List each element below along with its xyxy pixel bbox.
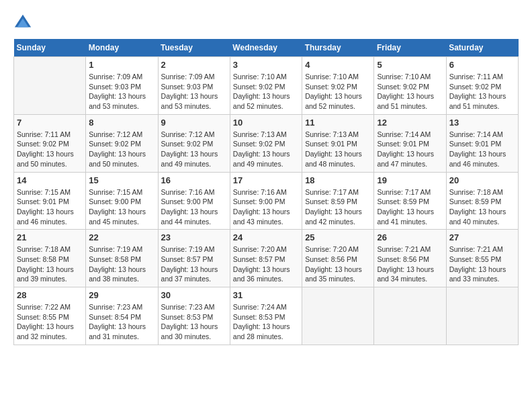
day-info: Sunrise: 7:10 AMSunset: 9:02 PMDaylight:… (233, 72, 299, 111)
day-info: Sunrise: 7:18 AMSunset: 8:59 PMDaylight:… (449, 187, 515, 227)
day-number: 13 (449, 118, 515, 128)
day-number: 1 (89, 60, 154, 70)
column-header-monday: Monday (86, 39, 158, 57)
calendar-cell: 12Sunrise: 7:14 AMSunset: 9:01 PMDayligh… (374, 114, 446, 172)
calendar-cell: 14Sunrise: 7:15 AMSunset: 9:01 PMDayligh… (14, 172, 86, 230)
day-info: Sunrise: 7:15 AMSunset: 9:01 PMDaylight:… (17, 187, 83, 227)
day-info: Sunrise: 7:11 AMSunset: 9:02 PMDaylight:… (449, 72, 515, 111)
calendar-cell: 22Sunrise: 7:19 AMSunset: 8:58 PMDayligh… (86, 230, 158, 287)
calendar-week-row: 28Sunrise: 7:22 AMSunset: 8:55 PMDayligh… (14, 287, 519, 345)
calendar-cell: 20Sunrise: 7:18 AMSunset: 8:59 PMDayligh… (446, 172, 518, 230)
day-info: Sunrise: 7:12 AMSunset: 9:02 PMDaylight:… (161, 130, 227, 169)
day-number: 21 (17, 232, 83, 242)
day-number: 24 (233, 232, 299, 242)
calendar-cell: 5Sunrise: 7:10 AMSunset: 9:02 PMDaylight… (374, 57, 446, 115)
day-info: Sunrise: 7:21 AMSunset: 8:56 PMDaylight:… (377, 244, 443, 284)
day-info: Sunrise: 7:20 AMSunset: 8:56 PMDaylight:… (305, 244, 371, 284)
column-header-wednesday: Wednesday (230, 39, 302, 57)
calendar-cell: 13Sunrise: 7:14 AMSunset: 9:01 PMDayligh… (446, 114, 518, 172)
day-info: Sunrise: 7:18 AMSunset: 8:58 PMDaylight:… (17, 244, 83, 284)
calendar-cell: 23Sunrise: 7:19 AMSunset: 8:57 PMDayligh… (158, 230, 230, 287)
day-number: 26 (377, 232, 443, 242)
calendar-cell: 15Sunrise: 7:15 AMSunset: 9:00 PMDayligh… (86, 172, 158, 230)
logo (13, 13, 35, 32)
calendar-cell: 8Sunrise: 7:12 AMSunset: 9:02 PMDaylight… (86, 114, 158, 172)
calendar-cell: 16Sunrise: 7:16 AMSunset: 9:00 PMDayligh… (158, 172, 230, 230)
day-number: 29 (89, 290, 154, 300)
calendar-week-row: 7Sunrise: 7:11 AMSunset: 9:02 PMDaylight… (14, 114, 519, 172)
day-number: 9 (161, 118, 227, 128)
calendar-cell: 6Sunrise: 7:11 AMSunset: 9:02 PMDaylight… (446, 57, 518, 115)
column-header-thursday: Thursday (302, 39, 374, 57)
day-info: Sunrise: 7:14 AMSunset: 9:01 PMDaylight:… (449, 130, 515, 169)
day-number: 30 (161, 290, 227, 300)
calendar-cell: 2Sunrise: 7:09 AMSunset: 9:03 PMDaylight… (158, 57, 230, 115)
day-number: 31 (233, 290, 299, 300)
day-number: 28 (17, 290, 83, 300)
calendar-cell: 28Sunrise: 7:22 AMSunset: 8:55 PMDayligh… (14, 287, 86, 345)
day-number: 23 (161, 232, 227, 242)
calendar-week-row: 21Sunrise: 7:18 AMSunset: 8:58 PMDayligh… (14, 230, 519, 287)
day-number: 20 (449, 175, 515, 185)
day-info: Sunrise: 7:19 AMSunset: 8:58 PMDaylight:… (89, 244, 154, 284)
day-info: Sunrise: 7:13 AMSunset: 9:01 PMDaylight:… (305, 130, 371, 169)
day-info: Sunrise: 7:17 AMSunset: 8:59 PMDaylight:… (377, 187, 443, 227)
column-header-sunday: Sunday (14, 39, 86, 57)
page-header (13, 13, 519, 32)
calendar-cell: 9Sunrise: 7:12 AMSunset: 9:02 PMDaylight… (158, 114, 230, 172)
calendar-cell: 3Sunrise: 7:10 AMSunset: 9:02 PMDaylight… (230, 57, 302, 115)
calendar-cell (374, 287, 446, 345)
calendar-cell (302, 287, 374, 345)
calendar-header-row: SundayMondayTuesdayWednesdayThursdayFrid… (14, 39, 519, 57)
calendar-cell: 11Sunrise: 7:13 AMSunset: 9:01 PMDayligh… (302, 114, 374, 172)
day-number: 7 (17, 118, 83, 128)
day-number: 5 (377, 60, 443, 70)
day-number: 10 (233, 118, 299, 128)
calendar-cell: 18Sunrise: 7:17 AMSunset: 8:59 PMDayligh… (302, 172, 374, 230)
logo-icon (13, 13, 32, 32)
day-number: 3 (233, 60, 299, 70)
day-info: Sunrise: 7:09 AMSunset: 9:03 PMDaylight:… (161, 72, 227, 111)
day-info: Sunrise: 7:23 AMSunset: 8:53 PMDaylight:… (161, 302, 227, 342)
calendar-table: SundayMondayTuesdayWednesdayThursdayFrid… (13, 39, 519, 345)
column-header-saturday: Saturday (446, 39, 518, 57)
day-info: Sunrise: 7:13 AMSunset: 9:02 PMDaylight:… (233, 130, 299, 169)
calendar-cell: 1Sunrise: 7:09 AMSunset: 9:03 PMDaylight… (86, 57, 158, 115)
day-info: Sunrise: 7:19 AMSunset: 8:57 PMDaylight:… (161, 244, 227, 284)
day-number: 15 (89, 175, 154, 185)
calendar-cell: 27Sunrise: 7:21 AMSunset: 8:55 PMDayligh… (446, 230, 518, 287)
day-info: Sunrise: 7:09 AMSunset: 9:03 PMDaylight:… (89, 72, 154, 111)
day-number: 4 (305, 60, 371, 70)
calendar-week-row: 14Sunrise: 7:15 AMSunset: 9:01 PMDayligh… (14, 172, 519, 230)
day-number: 2 (161, 60, 227, 70)
calendar-cell: 19Sunrise: 7:17 AMSunset: 8:59 PMDayligh… (374, 172, 446, 230)
day-info: Sunrise: 7:22 AMSunset: 8:55 PMDaylight:… (17, 302, 83, 342)
day-number: 19 (377, 175, 443, 185)
day-number: 25 (305, 232, 371, 242)
calendar-cell: 24Sunrise: 7:20 AMSunset: 8:57 PMDayligh… (230, 230, 302, 287)
day-number: 6 (449, 60, 515, 70)
calendar-cell: 17Sunrise: 7:16 AMSunset: 9:00 PMDayligh… (230, 172, 302, 230)
day-info: Sunrise: 7:23 AMSunset: 8:54 PMDaylight:… (89, 302, 154, 342)
day-info: Sunrise: 7:12 AMSunset: 9:02 PMDaylight:… (89, 130, 154, 169)
day-info: Sunrise: 7:10 AMSunset: 9:02 PMDaylight:… (305, 72, 371, 111)
calendar-cell: 7Sunrise: 7:11 AMSunset: 9:02 PMDaylight… (14, 114, 86, 172)
day-number: 22 (89, 232, 154, 242)
day-info: Sunrise: 7:10 AMSunset: 9:02 PMDaylight:… (377, 72, 443, 111)
day-info: Sunrise: 7:16 AMSunset: 9:00 PMDaylight:… (161, 187, 227, 227)
day-number: 17 (233, 175, 299, 185)
calendar-cell: 26Sunrise: 7:21 AMSunset: 8:56 PMDayligh… (374, 230, 446, 287)
calendar-cell: 29Sunrise: 7:23 AMSunset: 8:54 PMDayligh… (86, 287, 158, 345)
day-info: Sunrise: 7:11 AMSunset: 9:02 PMDaylight:… (17, 130, 83, 169)
calendar-cell: 31Sunrise: 7:24 AMSunset: 8:53 PMDayligh… (230, 287, 302, 345)
calendar-cell: 10Sunrise: 7:13 AMSunset: 9:02 PMDayligh… (230, 114, 302, 172)
calendar-cell: 25Sunrise: 7:20 AMSunset: 8:56 PMDayligh… (302, 230, 374, 287)
calendar-cell: 4Sunrise: 7:10 AMSunset: 9:02 PMDaylight… (302, 57, 374, 115)
day-info: Sunrise: 7:15 AMSunset: 9:00 PMDaylight:… (89, 187, 154, 227)
day-number: 14 (17, 175, 83, 185)
calendar-cell: 30Sunrise: 7:23 AMSunset: 8:53 PMDayligh… (158, 287, 230, 345)
column-header-friday: Friday (374, 39, 446, 57)
day-info: Sunrise: 7:14 AMSunset: 9:01 PMDaylight:… (377, 130, 443, 169)
day-info: Sunrise: 7:24 AMSunset: 8:53 PMDaylight:… (233, 302, 299, 342)
calendar-cell (446, 287, 518, 345)
